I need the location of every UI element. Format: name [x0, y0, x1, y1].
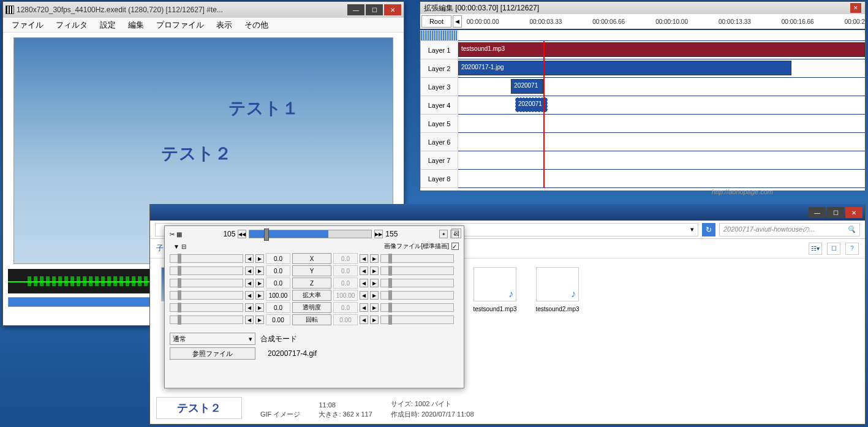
dec-button[interactable]: ◀ — [360, 291, 368, 300]
menu-settings[interactable]: 設定 — [96, 18, 119, 32]
menu-file[interactable]: ファイル — [8, 18, 47, 32]
param-slider-right[interactable] — [380, 303, 454, 312]
frame-slider[interactable] — [249, 230, 372, 238]
inc-button[interactable]: ▶ — [255, 266, 264, 275]
param-slider-left[interactable] — [170, 303, 243, 312]
dec-button[interactable]: ◀ — [360, 303, 368, 312]
param-value-left[interactable]: 100.00 — [266, 290, 290, 301]
dec-button[interactable]: ◀ — [360, 316, 368, 324]
inc-button[interactable]: ▶ — [255, 279, 264, 287]
dec-button[interactable]: ◀ — [245, 291, 254, 300]
param-value-right[interactable]: 0.0 — [333, 302, 358, 313]
preview-pane-button[interactable]: ☐ — [827, 243, 840, 255]
param-slider-right[interactable] — [380, 279, 454, 287]
reference-file-button[interactable]: 参照ファイル — [170, 347, 255, 360]
layer-label[interactable]: Layer 1 — [420, 41, 458, 59]
inc-button[interactable]: ▶ — [255, 291, 264, 300]
timecode-ruler[interactable]: 00:00:00.00 00:00:03.33 00:00:06.66 00:0… — [462, 14, 865, 29]
param-slider-left[interactable] — [170, 254, 243, 263]
preview-titlebar[interactable]: 1280x720_30fps_44100Hz.exedit (1280,720)… — [3, 2, 404, 18]
param-slider-left[interactable] — [170, 279, 243, 287]
param-value-left[interactable]: 0.0 — [266, 265, 290, 276]
dec-button[interactable]: ◀ — [245, 266, 254, 275]
timeline-titlebar[interactable]: 拡張編集 [00:00:03.70] [112/12627] ✕ — [420, 2, 865, 14]
param-name-button[interactable]: Y — [292, 265, 331, 276]
layer-label[interactable]: Layer 8 — [420, 170, 458, 188]
inc-button[interactable]: ▶ — [370, 316, 379, 324]
menu-other[interactable]: その他 — [241, 18, 272, 32]
search-box[interactable]: 20200717-aviutl-howtouseの...🔍 — [719, 223, 860, 236]
layer-label[interactable]: Layer 4 — [420, 96, 458, 115]
maximize-button[interactable]: ☐ — [827, 207, 844, 218]
param-value-left[interactable]: 0.0 — [266, 253, 290, 264]
file-item[interactable]: testsound1.mp3 — [465, 265, 525, 317]
inc-button[interactable]: ▶ — [370, 291, 379, 300]
panel-close-button[interactable]: ☒ — [451, 229, 461, 238]
close-button[interactable]: ✕ — [845, 207, 862, 218]
clip-gif2-selected[interactable]: 2020071 — [515, 97, 548, 112]
inc-button[interactable]: ▶ — [370, 279, 379, 287]
timeline-close-button[interactable]: ✕ — [850, 3, 861, 13]
param-slider-right[interactable] — [380, 316, 454, 324]
explorer-titlebar[interactable]: — ☐ ✕ — [150, 205, 865, 221]
param-slider-left[interactable] — [170, 316, 243, 324]
menu-profile[interactable]: プロファイル — [153, 18, 208, 32]
param-name-button[interactable]: 透明度 — [292, 302, 331, 313]
dec-button[interactable]: ◀ — [360, 266, 368, 275]
param-value-right[interactable]: 0.0 — [333, 278, 358, 289]
prev-frame-button[interactable]: ◀◀ — [238, 230, 246, 238]
dec-button[interactable]: ◀ — [245, 303, 254, 312]
refresh-button[interactable]: ↻ — [702, 223, 715, 236]
param-slider-left[interactable] — [170, 291, 243, 300]
minimize-button[interactable]: — — [347, 4, 364, 15]
param-value-right[interactable]: 0.0 — [333, 265, 358, 276]
blend-mode-select[interactable]: 通常▾ — [170, 333, 255, 345]
param-value-left[interactable]: 0.0 — [266, 278, 290, 289]
root-button[interactable]: Root — [421, 15, 451, 28]
clip-audio[interactable]: testsound1.mp3 — [458, 42, 865, 57]
menu-edit[interactable]: 編集 — [124, 18, 148, 32]
layer-label[interactable]: Layer 3 — [420, 78, 458, 96]
param-slider-right[interactable] — [380, 291, 454, 300]
expand-icon[interactable]: ▼ ⊟ — [173, 243, 186, 250]
filter-enable-checkbox[interactable]: ✓ — [451, 243, 459, 250]
layer-label[interactable]: Layer 7 — [420, 151, 458, 170]
param-value-right[interactable]: 100.00 — [333, 290, 358, 301]
param-slider-right[interactable] — [380, 254, 454, 263]
inc-button[interactable]: ▶ — [370, 266, 379, 275]
dec-button[interactable]: ◀ — [360, 279, 368, 287]
inc-button[interactable]: ▶ — [370, 254, 379, 263]
tracks-area[interactable]: testsound1.mp3 20200717-1.jpg 2020071 20… — [458, 41, 865, 188]
mark-button[interactable]: ✦ — [439, 230, 448, 238]
zoom-out-button[interactable]: ◀ — [453, 15, 462, 28]
menu-view[interactable]: 表示 — [213, 18, 236, 32]
playhead[interactable] — [543, 41, 545, 188]
view-options-button[interactable]: ☷▾ — [809, 243, 822, 255]
inc-button[interactable]: ▶ — [255, 254, 264, 263]
inc-button[interactable]: ▶ — [255, 303, 264, 312]
menu-filter[interactable]: フィルタ — [52, 18, 91, 32]
param-value-right[interactable]: 0.0 — [333, 253, 358, 264]
file-item[interactable]: testsound2.mp3 — [527, 265, 587, 317]
tool-icon[interactable]: ✂ ▦ — [170, 231, 182, 238]
param-value-right[interactable]: 0.00 — [333, 314, 358, 325]
clip-image[interactable]: 20200717-1.jpg — [458, 61, 791, 75]
dec-button[interactable]: ◀ — [245, 254, 254, 263]
minimize-button[interactable]: — — [809, 207, 826, 218]
dec-button[interactable]: ◀ — [245, 279, 254, 287]
inc-button[interactable]: ▶ — [370, 303, 379, 312]
layer-label[interactable]: Layer 6 — [420, 133, 458, 151]
param-name-button[interactable]: X — [292, 253, 331, 264]
param-value-left[interactable]: 0.0 — [266, 302, 290, 313]
help-button[interactable]: ? — [845, 243, 859, 255]
param-name-button[interactable]: 拡大率 — [292, 290, 331, 301]
layer-label[interactable]: Layer 5 — [420, 115, 458, 133]
param-value-left[interactable]: 0.00 — [266, 314, 290, 325]
layer-label[interactable]: Layer 2 — [420, 59, 458, 78]
dec-button[interactable]: ◀ — [245, 316, 254, 324]
param-slider-left[interactable] — [170, 266, 243, 275]
param-name-button[interactable]: 回転 — [292, 314, 331, 325]
maximize-button[interactable]: ☐ — [366, 4, 383, 15]
next-frame-button[interactable]: ▶▶ — [374, 230, 383, 238]
clip-gif1[interactable]: 2020071 — [511, 79, 543, 94]
